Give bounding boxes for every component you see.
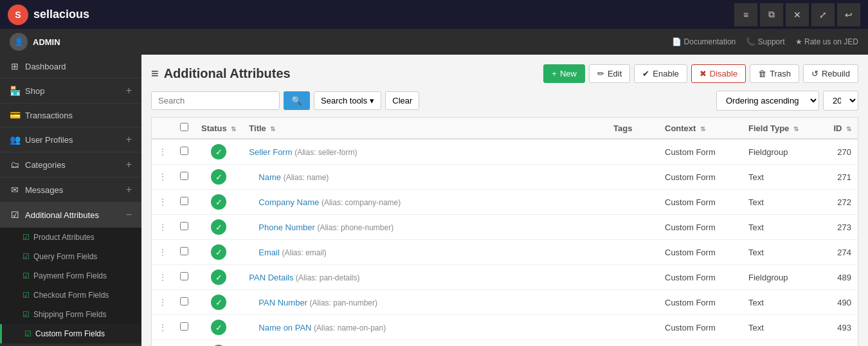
disable-button[interactable]: ✖ Disable — [691, 64, 746, 83]
drag-handle[interactable]: ⋮ — [158, 297, 167, 307]
drag-cell: ⋮ — [152, 240, 174, 265]
sidebar-item-user-profiles[interactable]: 👥 User Profiles + — [0, 127, 141, 152]
sidebar-label-dashboard: Dashboard — [25, 62, 66, 71]
select-all-checkbox[interactable] — [180, 123, 188, 131]
search-tools-dropdown-icon: ▾ — [370, 96, 374, 105]
field-type-cell: Text — [742, 240, 826, 265]
clear-button[interactable]: Clear — [385, 91, 419, 110]
col-checkbox — [174, 118, 195, 139]
field-type-cell: Fieldgroup — [742, 340, 826, 347]
row-checkbox[interactable] — [180, 197, 188, 205]
table-row: ⋮ ✓ Email (Alias: email) Custom Form Tex… — [152, 240, 858, 265]
topbar-back-btn[interactable]: ↩ — [837, 3, 860, 26]
tags-cell — [607, 340, 658, 347]
row-checkbox[interactable] — [180, 272, 188, 280]
sidebar-item-transactions[interactable]: 💳 Transactions — [0, 104, 141, 127]
sidebar-item-additional-attributes[interactable]: ☑ Additional Attributes − — [0, 203, 141, 228]
status-toggle[interactable]: ✓ — [211, 269, 226, 285]
drag-handle[interactable]: ⋮ — [158, 147, 167, 157]
title-cell: PAN Details (Alias: pan-details) — [242, 265, 607, 290]
sidebar-label-custom-form-fields: Custom Form Fields — [35, 329, 105, 338]
title-alias: (Alias: phone-number) — [317, 223, 393, 232]
support-link[interactable]: 📞 Support — [746, 37, 784, 46]
sidebar-label-categories: Categories — [25, 160, 66, 170]
col-id: ID ⇅ — [826, 118, 858, 139]
status-toggle[interactable]: ✓ — [211, 144, 226, 159]
title-link[interactable]: Seller Form — [249, 147, 292, 157]
drag-handle[interactable]: ⋮ — [158, 222, 167, 232]
table-container: Status ⇅ Title ⇅ Tags Context ⇅ Field Ty… — [151, 117, 858, 346]
title-link[interactable]: Name — [258, 172, 281, 182]
sidebar-label-transactions: Transactions — [25, 111, 73, 120]
sidebar-item-dashboard[interactable]: ⊞ Dashboard — [0, 55, 141, 78]
sidebar-label-checkout-form-fields: Checkout Form Fields — [33, 291, 109, 300]
enable-icon: ✔ — [642, 69, 649, 78]
logo-text: sellacious — [33, 8, 89, 21]
title-alias: (Alias: name) — [284, 173, 329, 182]
title-link[interactable]: Company Name — [258, 197, 319, 207]
status-toggle[interactable]: ✓ — [211, 219, 226, 235]
table-row: ⋮ ✓ PAN Details (Alias: pan-details) Cus… — [152, 265, 858, 290]
sidebar-item-custom-form-fields[interactable]: ☑ Custom Form Fields — [0, 324, 141, 343]
sidebar-label-product-attributes: Product Attributes — [33, 233, 95, 242]
sidebar-item-messages[interactable]: ✉ Messages + — [0, 178, 141, 203]
title-link[interactable]: Phone Number — [258, 223, 314, 232]
topbar-external-btn[interactable]: ⧉ — [760, 3, 783, 26]
checkbox-cell — [174, 340, 195, 347]
title-link[interactable]: Email — [258, 248, 280, 257]
sidebar-item-shop[interactable]: 🏪 Shop + — [0, 78, 141, 104]
drag-handle[interactable]: ⋮ — [158, 247, 167, 257]
context-cell: Custom Form — [658, 215, 742, 240]
title-alias: (Alias: email) — [282, 248, 326, 257]
id-cell: 491 — [826, 340, 858, 347]
table-row: ⋮ ✓ Company Name (Alias: company-name) C… — [152, 190, 858, 215]
row-checkbox[interactable] — [180, 222, 188, 230]
ordering-select[interactable]: Ordering ascending — [716, 91, 819, 111]
sidebar-item-product-attributes[interactable]: ☑ Product Attributes — [0, 228, 141, 247]
row-checkbox[interactable] — [180, 247, 188, 255]
sidebar-item-payment-form-fields[interactable]: ☑ Payment Form Fields — [0, 266, 141, 286]
sidebar-item-shipping-form-fields[interactable]: ☑ Shipping Form Fields — [0, 305, 141, 324]
checkbox-cell — [174, 190, 195, 215]
documentation-link[interactable]: 📄 Documentation — [672, 37, 736, 46]
search-tools-button[interactable]: Search tools ▾ — [314, 91, 381, 110]
limit-select[interactable]: 20 — [823, 91, 858, 111]
drag-handle[interactable]: ⋮ — [158, 322, 167, 332]
id-cell: 273 — [826, 215, 858, 240]
row-checkbox[interactable] — [180, 147, 188, 155]
admin-header-right: 📄 Documentation 📞 Support ★ Rate us on J… — [672, 37, 858, 46]
drag-handle[interactable]: ⋮ — [158, 172, 167, 182]
row-checkbox[interactable] — [180, 172, 188, 180]
drag-handle[interactable]: ⋮ — [158, 272, 167, 282]
topbar-menu-btn[interactable]: ≡ — [734, 3, 757, 26]
new-button[interactable]: + New — [543, 64, 585, 83]
sidebar-item-categories[interactable]: 🗂 Categories + — [0, 152, 141, 178]
title-link[interactable]: PAN Details — [249, 273, 293, 282]
topbar-expand-btn[interactable]: ⤢ — [811, 3, 835, 26]
drag-handle[interactable]: ⋮ — [158, 197, 167, 207]
rate-us-link[interactable]: ★ Rate us on JED — [795, 37, 858, 46]
search-button[interactable]: 🔍 — [284, 91, 310, 110]
trash-button[interactable]: 🗑 Trash — [750, 64, 799, 83]
row-checkbox[interactable] — [180, 297, 188, 305]
user-profiles-icon: 👥 — [10, 134, 20, 145]
sidebar-label-additional-attributes: Additional Attributes — [25, 210, 99, 220]
title-sort-icon: ⇅ — [270, 125, 275, 132]
title-link[interactable]: Name on PAN — [258, 323, 311, 332]
edit-button[interactable]: ✏ Edit — [589, 64, 630, 83]
topbar-joomla-btn[interactable]: ✕ — [786, 3, 809, 26]
search-input[interactable] — [151, 91, 280, 110]
sidebar-item-checkout-form-fields[interactable]: ☑ Checkout Form Fields — [0, 286, 141, 305]
rebuild-button[interactable]: ↺ Rebuild — [803, 64, 858, 83]
title-link[interactable]: PAN Number — [258, 298, 307, 307]
status-toggle[interactable]: ✓ — [211, 295, 226, 310]
status-toggle[interactable]: ✓ — [211, 169, 226, 185]
status-toggle[interactable]: ✓ — [211, 320, 226, 335]
context-cell: Custom Form — [658, 139, 742, 165]
row-checkbox[interactable] — [180, 322, 188, 331]
status-toggle[interactable]: ✓ — [211, 244, 226, 260]
status-toggle[interactable]: ✓ — [211, 194, 226, 210]
sidebar-item-query-form-fields[interactable]: ☑ Query Form Fields — [0, 247, 141, 266]
page-actions: + New ✏ Edit ✔ Enable ✖ Disable 🗑 Tra — [543, 64, 858, 83]
enable-button[interactable]: ✔ Enable — [634, 64, 687, 83]
